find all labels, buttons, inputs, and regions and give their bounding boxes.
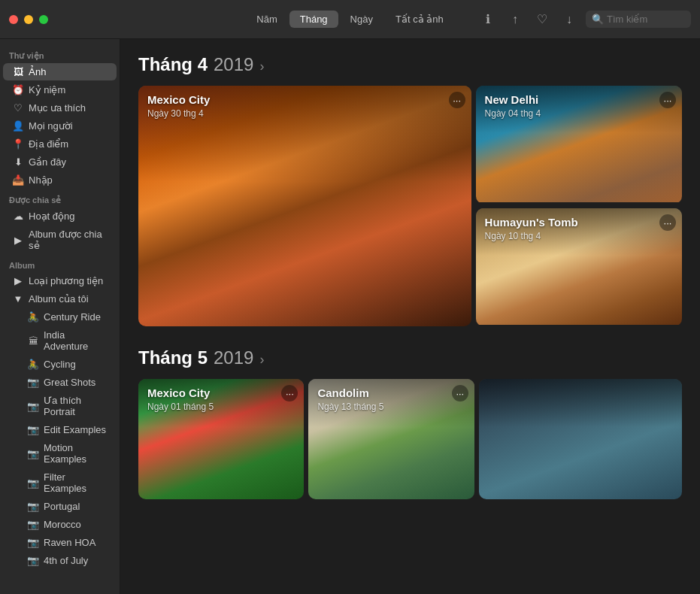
sidebar-item-portrait[interactable]: 📷 Ưa thích Portrait [3, 392, 117, 420]
sidebar-item-morocco[interactable]: 📷 Morocco [3, 516, 117, 533]
favorites-icon: ♡ [12, 102, 24, 114]
sidebar-century-ride-label: Century Ride [44, 311, 108, 323]
tile-title-candolim: Candolim [317, 386, 383, 400]
tab-year[interactable]: Năm [246, 11, 287, 28]
may-tile-third[interactable] [479, 379, 682, 499]
recently-icon: ⬇ [12, 156, 24, 168]
tile-info-may-mexico-city: Mexico City Ngày 01 tháng 5 [147, 386, 214, 412]
sidebar-item-places[interactable]: 📍 Địa điểm [3, 135, 117, 153]
sidebar-item-favorites[interactable]: ♡ Mục ưa thích [3, 99, 117, 117]
heart-icon[interactable]: ♡ [532, 9, 553, 30]
sidebar-item-import[interactable]: 📥 Nhập [3, 171, 117, 189]
sidebar-item-raven-hoa[interactable]: 📷 Raven HOA [3, 534, 117, 551]
sidebar-item-shared-album[interactable]: ▶ Album được chia sẻ [3, 226, 117, 254]
sidebar-item-century-ride[interactable]: 🚴 Century Ride [3, 308, 117, 326]
tile-menu-humayuns-tomb[interactable]: ··· [659, 214, 676, 231]
content-area: Tháng 4 2019 › Mexico City Ngày 30 thg 4… [120, 39, 700, 594]
places-icon: 📍 [12, 138, 24, 150]
sidebar-item-edit-examples[interactable]: 📷 Edit Examples [3, 421, 117, 438]
sidebar-item-cycling[interactable]: 🚴 Cycling [3, 356, 117, 373]
sidebar-recently-label: Gần đây [29, 156, 108, 168]
india-adventure-icon: 🏛 [27, 335, 39, 347]
sidebar-memories-label: Kỷ niệm [29, 84, 108, 95]
activity-icon: ☁ [12, 211, 24, 222]
tile-overlay [479, 379, 682, 499]
tile-date-candolim: Ngày 13 tháng 5 [317, 402, 383, 412]
sidebar-item-people[interactable]: 👤 Mọi người [3, 117, 117, 135]
search-input[interactable] [586, 11, 691, 28]
april-tile-new-delhi[interactable]: New Delhi Ngày 04 thg 4 ··· [476, 86, 682, 204]
month-section-may: Tháng 5 2019 › Mexico City Ngày 01 tháng… [138, 347, 682, 499]
tile-menu-mexico-city[interactable]: ··· [449, 92, 465, 108]
may-tile-candolim[interactable]: Candolim Ngày 13 tháng 5 ··· [308, 379, 474, 499]
edit-examples-icon: 📷 [27, 424, 39, 435]
sidebar-portrait-label: Ưa thích Portrait [44, 395, 108, 417]
raven-hoa-icon: 📷 [27, 537, 39, 548]
sidebar-item-4th-of-july[interactable]: 📷 4th of July [3, 552, 117, 569]
tile-info-mexico-city: Mexico City Ngày 30 thg 4 [147, 93, 210, 119]
century-ride-icon: 🚴 [27, 311, 39, 323]
month-header-may[interactable]: Tháng 5 2019 › [138, 347, 682, 368]
minimize-button[interactable] [24, 15, 33, 24]
sidebar-item-memories[interactable]: ⏰ Kỷ niệm [3, 81, 117, 98]
album-section-label: Album [0, 255, 120, 271]
maximize-button[interactable] [39, 15, 48, 24]
search-wrapper: 🔍 [586, 11, 691, 28]
portugal-icon: 📷 [27, 501, 39, 512]
shared-album-icon: ▶ [12, 235, 24, 246]
sidebar-item-great-shots[interactable]: 📷 Great Shots [3, 374, 117, 391]
sidebar-activity-label: Hoạt động [29, 211, 108, 222]
photos-icon: 🖼 [12, 66, 24, 77]
sidebar-item-media-types[interactable]: ▶ Loại phương tiện [3, 272, 117, 289]
info-icon[interactable]: ℹ [477, 9, 498, 30]
sidebar-item-filter-examples[interactable]: 📷 Filter Examples [3, 468, 117, 497]
sidebar-cycling-label: Cycling [44, 359, 108, 370]
tile-info-humayuns-tomb: Humayun's Tomb Ngày 10 thg 4 [485, 216, 578, 241]
filter-examples-icon: 📷 [27, 477, 39, 489]
sidebar-item-recently[interactable]: ⬇ Gần đây [3, 153, 117, 171]
library-section-label: Thư viện [0, 45, 120, 62]
april-tile-humayuns-tomb[interactable]: Humayun's Tomb Ngày 10 thg 4 ··· [476, 208, 682, 326]
cycling-icon: 🚴 [27, 359, 39, 370]
april-chevron-icon: › [259, 59, 264, 74]
april-photo-grid: Mexico City Ngày 30 thg 4 ··· New Delhi … [138, 86, 682, 326]
sidebar-people-label: Mọi người [29, 120, 108, 132]
month-title-april: Tháng 4 [138, 54, 208, 75]
tile-info-candolim: Candolim Ngày 13 tháng 5 [317, 386, 383, 412]
sidebar-item-india-adventure[interactable]: 🏛 India Adventure [3, 326, 117, 355]
traffic-lights [9, 15, 48, 24]
month-title-may: Tháng 5 [138, 347, 208, 368]
toolbar: ℹ ↑ ♡ ↓ 🔍 [477, 9, 691, 30]
sidebar-item-photos[interactable]: 🖼 Ảnh [3, 63, 117, 80]
close-button[interactable] [9, 15, 18, 24]
sidebar-my-albums-label: Album của tôi [29, 293, 108, 305]
tile-date-new-delhi: Ngày 04 thg 4 [485, 108, 541, 119]
icloud-icon[interactable]: ↓ [559, 9, 580, 30]
sidebar-4th-of-july-label: 4th of July [44, 555, 108, 566]
sidebar-photos-label: Ảnh [29, 66, 108, 77]
tab-day[interactable]: Ngày [340, 11, 383, 28]
sidebar-item-portugal[interactable]: 📷 Portugal [3, 498, 117, 515]
portrait-icon: 📷 [27, 401, 39, 412]
tile-title-may-mexico-city: Mexico City [147, 386, 214, 400]
month-year-april: 2019 [214, 54, 253, 75]
4th-of-july-icon: 📷 [27, 555, 39, 566]
morocco-icon: 📷 [27, 519, 39, 530]
may-tile-mexico-city[interactable]: Mexico City Ngày 01 tháng 5 ··· [138, 379, 304, 499]
sidebar-filter-examples-label: Filter Examples [44, 471, 108, 494]
tab-all-photos[interactable]: Tất cả ảnh [385, 11, 454, 28]
sidebar-item-my-albums[interactable]: ▼ Album của tôi [3, 290, 117, 308]
tile-menu-new-delhi[interactable]: ··· [659, 92, 676, 108]
sidebar-item-activity[interactable]: ☁ Hoạt động [3, 208, 117, 225]
sidebar-motion-examples-label: Motion Examples [44, 442, 108, 465]
april-tile-mexico-city[interactable]: Mexico City Ngày 30 thg 4 ··· [138, 86, 471, 326]
tab-bar: Năm Tháng Ngày Tất cả ảnh [240, 11, 459, 28]
memories-icon: ⏰ [12, 84, 24, 95]
month-header-april[interactable]: Tháng 4 2019 › [138, 54, 682, 75]
tile-menu-candolim[interactable]: ··· [452, 385, 468, 402]
import-icon: 📥 [12, 174, 24, 186]
sidebar-item-motion-examples[interactable]: 📷 Motion Examples [3, 439, 117, 468]
share-icon[interactable]: ↑ [505, 9, 526, 30]
sidebar-portugal-label: Portugal [44, 501, 108, 512]
tab-month[interactable]: Tháng [289, 11, 338, 28]
